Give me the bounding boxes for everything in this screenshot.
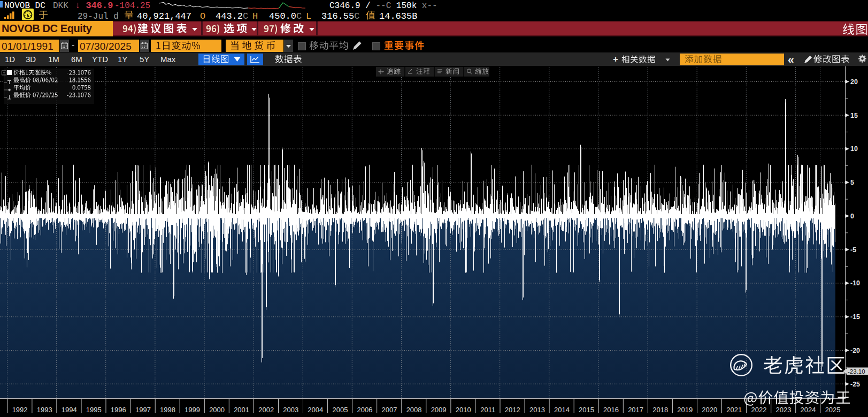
svg-text:1995: 1995 (86, 406, 102, 414)
svg-text:2017: 2017 (628, 406, 643, 414)
svg-text:2004: 2004 (308, 406, 323, 414)
svg-text:2000: 2000 (209, 406, 225, 414)
svg-text:2013: 2013 (529, 406, 545, 414)
svg-text:1994: 1994 (62, 406, 77, 414)
svg-text:1996: 1996 (111, 406, 126, 414)
svg-text:1997: 1997 (135, 406, 151, 414)
svg-text:2020: 2020 (702, 406, 717, 414)
svg-text:2019: 2019 (677, 406, 693, 414)
svg-text:2015: 2015 (579, 406, 594, 414)
svg-text:2007: 2007 (382, 406, 397, 414)
svg-text:2014: 2014 (554, 406, 570, 414)
svg-text:2010: 2010 (456, 406, 471, 414)
svg-text:15: 15 (850, 112, 858, 119)
svg-text:1999: 1999 (185, 406, 200, 414)
svg-text:2006: 2006 (357, 406, 372, 414)
svg-text:2003: 2003 (283, 406, 298, 414)
svg-text:2002: 2002 (258, 406, 274, 414)
svg-text:2001: 2001 (234, 406, 249, 414)
svg-text:10: 10 (850, 145, 858, 153)
svg-text:1992: 1992 (12, 406, 28, 414)
svg-text:5: 5 (850, 179, 854, 186)
svg-text:1998: 1998 (160, 406, 175, 414)
svg-text:2008: 2008 (406, 406, 422, 414)
svg-text:-5: -5 (850, 246, 856, 254)
svg-text:-10: -10 (850, 279, 860, 287)
svg-text:0: 0 (850, 213, 854, 220)
svg-text:2005: 2005 (332, 406, 348, 414)
svg-text:2009: 2009 (431, 406, 447, 414)
svg-text:2012: 2012 (505, 406, 520, 414)
svg-text:2016: 2016 (603, 406, 619, 414)
svg-text:2011: 2011 (480, 406, 495, 414)
svg-text:20: 20 (850, 78, 858, 86)
svg-text:2018: 2018 (652, 406, 668, 414)
svg-text:-15: -15 (850, 313, 860, 321)
svg-text:1993: 1993 (37, 406, 52, 414)
